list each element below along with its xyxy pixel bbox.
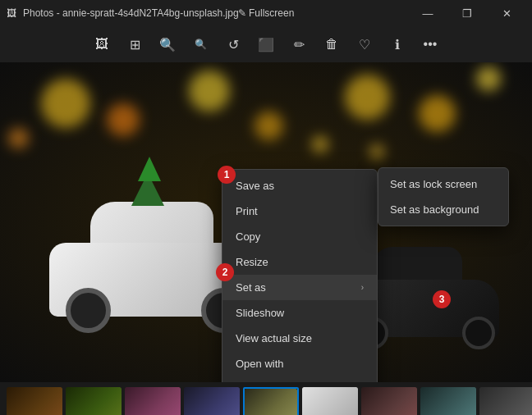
submenu-lock-screen[interactable]: Set as lock screen (378, 171, 508, 197)
crop-button[interactable]: ⬛ (251, 30, 281, 59)
title-bar-left: 🖼 Photos - annie-spratt-4s4dN2TA4bg-unsp… (7, 7, 239, 19)
bokeh-light (255, 112, 283, 140)
thumb-image-9 (479, 387, 532, 415)
close-button[interactable]: ✕ (488, 0, 525, 26)
restore-button[interactable]: ❐ (448, 0, 486, 26)
step-badge-2: 2 (216, 263, 234, 281)
thumbnail-strip (0, 382, 532, 415)
menu-view-actual[interactable]: View actual size (222, 326, 377, 351)
bokeh-light (419, 95, 456, 132)
thumb-image-6 (302, 387, 358, 415)
rotate-button[interactable]: ↺ (218, 30, 248, 59)
menu-print[interactable]: Print (222, 198, 377, 224)
thumb-image-8 (420, 387, 476, 415)
delete-button[interactable]: 🗑 (317, 30, 346, 59)
submenu-chevron: › (361, 283, 364, 292)
thumb-image-1 (7, 387, 62, 415)
thumbnail-8[interactable] (420, 387, 476, 415)
app-icon: 🖼 (7, 7, 16, 19)
favorite-button[interactable]: ♡ (350, 30, 379, 59)
menu-open-with[interactable]: Open with (222, 351, 377, 376)
car-wheel-front (66, 288, 111, 333)
thumbnail-6[interactable] (302, 387, 358, 415)
thumbnail-7[interactable] (361, 387, 417, 415)
thumb-image-3 (125, 387, 181, 415)
edit-button[interactable]: ✏ (284, 30, 314, 59)
bokeh-light (476, 66, 501, 91)
thumb-image-7 (361, 387, 417, 415)
thumbnail-3[interactable] (125, 387, 181, 415)
thumbnail-5-active[interactable] (243, 387, 299, 415)
bokeh-light (41, 79, 90, 128)
title-bar: 🖼 Photos - annie-spratt-4s4dN2TA4bg-unsp… (0, 0, 532, 26)
thumb-image-2 (66, 387, 122, 415)
view-button[interactable]: 🖼 (87, 30, 117, 59)
dark-car-wheel-rear (462, 317, 495, 349)
toolbar: 🖼 ⊞ 🔍 🔍 ↺ ⬛ ✏ 🗑 ♡ ℹ ••• (0, 26, 532, 62)
window-controls: — ❐ ✕ (409, 0, 525, 26)
menu-slideshow[interactable]: Slideshow (222, 300, 377, 326)
info-button[interactable]: ℹ (383, 30, 412, 59)
zoom-in-button[interactable]: 🔍 (153, 30, 182, 59)
bokeh-light (189, 71, 230, 112)
thumbnail-2[interactable] (66, 387, 122, 415)
menu-share[interactable]: Share (222, 376, 377, 382)
submenu-background[interactable]: Set as background (378, 197, 508, 222)
window-title: Photos - annie-spratt-4s4dN2TA4bg-unspla… (23, 7, 239, 19)
context-menu: Save as Print Copy Resize Set as › Slide… (222, 169, 378, 382)
more-button[interactable]: ••• (415, 30, 445, 59)
bokeh-light (107, 103, 140, 136)
step-badge-3: 3 (433, 290, 451, 308)
menu-copy[interactable]: Copy (222, 224, 377, 249)
bokeh-light (8, 128, 29, 148)
bokeh-light (369, 144, 384, 159)
zoom-out-button[interactable]: 🔍 (186, 30, 215, 59)
sub-menu: Set as lock screen Set as background (378, 167, 509, 226)
bokeh-light (345, 75, 390, 120)
menu-resize[interactable]: Resize (222, 249, 377, 275)
thumb-image-4 (184, 387, 240, 415)
fullscreen-label[interactable]: ✎ Fullscreen (238, 7, 295, 19)
minimize-button[interactable]: — (409, 0, 447, 26)
thumbnail-4[interactable] (184, 387, 240, 415)
thumbnail-9[interactable] (479, 387, 532, 415)
menu-save-as[interactable]: Save as (222, 173, 377, 198)
grid-button[interactable]: ⊞ (120, 30, 149, 59)
bokeh-light (312, 136, 328, 153)
thumb-image-5 (245, 389, 297, 415)
christmas-tree-top (138, 157, 161, 181)
thumbnail-1[interactable] (7, 387, 62, 415)
step-badge-1: 1 (218, 166, 236, 184)
image-area: 1 Save as Print Copy Resize Set as › Sli… (0, 62, 532, 382)
menu-set-as[interactable]: Set as › (222, 275, 377, 300)
